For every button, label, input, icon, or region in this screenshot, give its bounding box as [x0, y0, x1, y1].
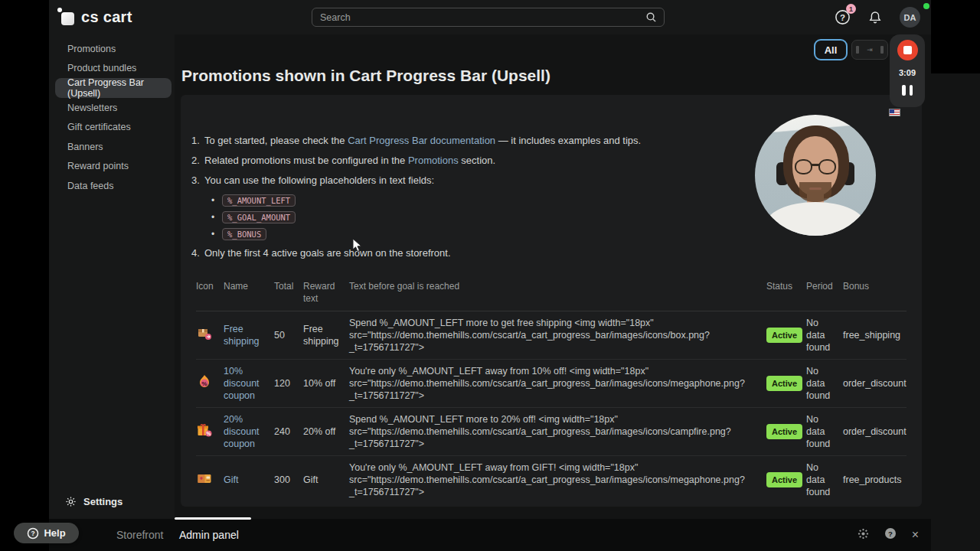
column-header: Text before goal is reached	[349, 280, 766, 292]
sidebar-item-gift-certificates[interactable]: Gift certificates	[55, 117, 172, 137]
cs-cart-logo-icon	[60, 10, 74, 24]
column-header: Reward text	[303, 280, 349, 305]
gear-icon	[64, 496, 77, 507]
instruction-text: To get started, please check the Cart Pr…	[204, 135, 641, 146]
gift-card-icon	[196, 478, 213, 489]
column-header: Icon	[196, 280, 224, 292]
promotions-table: IconNameTotalReward textText before goal…	[196, 276, 906, 504]
cell-goal-text: Spend %_AMOUNT_LEFT more to get free shi…	[349, 317, 766, 354]
instruction-number: 2.	[191, 155, 204, 166]
bottom-bar: Storefront Admin panel ? ×	[49, 519, 931, 551]
instruction-text: Related promotions must be configured in…	[204, 155, 495, 166]
help-center-button[interactable]: ? 1	[835, 9, 851, 25]
status-badge[interactable]: Active	[766, 424, 802, 439]
svg-text:%: %	[207, 431, 211, 436]
instruction-text: You can use the following placeholders i…	[204, 174, 434, 186]
question-circle-icon: ?	[27, 527, 39, 540]
cell-bonus: order_discount	[843, 425, 913, 438]
column-header: Period	[806, 280, 843, 292]
promotion-name-link[interactable]: 20% discount coupon	[224, 414, 260, 449]
cs-cart-logo[interactable]: cs cart	[60, 8, 132, 26]
recording-indicator-dot	[923, 3, 929, 9]
help-pill-button[interactable]: ? Help	[14, 523, 79, 543]
sidebar-item-label: Reward points	[67, 161, 129, 171]
cell-goal-text: You're only %_AMOUNT_LEFT away from GIFT…	[349, 461, 766, 498]
cell-goal-text: Spend %_AMOUNT_LEFT more to 20% off! <im…	[349, 413, 766, 450]
cell-goal-text: You're only %_AMOUNT_LEFT away from 10% …	[349, 365, 766, 402]
tab-storefront[interactable]: Storefront	[116, 519, 163, 551]
screen-recorder-widget: 3:09	[890, 34, 925, 107]
bullet: •	[211, 229, 222, 240]
stop-recording-button[interactable]	[897, 40, 918, 60]
sidebar-item-label: Data feeds	[67, 181, 113, 191]
sidebar-item-label: Product bundles	[67, 63, 136, 73]
filter-all-button[interactable]: All	[814, 39, 848, 60]
table-header-row: IconNameTotalReward textText before goal…	[196, 276, 906, 311]
search-box[interactable]	[312, 8, 665, 27]
sidebar-item-reward-points[interactable]: Reward points	[55, 157, 172, 177]
page-title: Promotions shown in Cart Progress Bar (U…	[181, 67, 550, 85]
screen: cs cart ? 1 DA HomeOrdersProductsUsersMa…	[0, 0, 980, 551]
column-header: Status	[766, 280, 806, 292]
column-header: Total	[274, 280, 303, 292]
cell-total: 300	[274, 474, 303, 486]
sidebar-item-cart-progress-bar[interactable]: Cart Progress Bar (Upsell)	[55, 78, 172, 98]
instruction-link[interactable]: Promotions	[408, 155, 459, 166]
table-row: %20% discount coupon24020% offSpend %_AM…	[196, 408, 906, 456]
user-avatar[interactable]: DA	[900, 7, 920, 28]
cell-period: No data found	[806, 461, 843, 498]
top-bar: cs cart ? 1 DA	[49, 0, 931, 34]
sidebar: HomeOrdersProductsUsersMarketingPromotio…	[49, 34, 175, 519]
sidebar-item-product-bundles[interactable]: Product bundles	[55, 59, 172, 79]
svg-text:?: ?	[840, 13, 845, 22]
pause-recording-button[interactable]	[902, 85, 913, 96]
search-icon[interactable]	[645, 11, 657, 23]
sidebar-item-label: Banners	[67, 142, 103, 152]
cell-period: No data found	[806, 413, 843, 450]
sidebar-item-banners[interactable]: Banners	[55, 137, 172, 157]
sidebar-item-label: Newsletters	[67, 103, 117, 113]
close-icon[interactable]: ×	[912, 529, 919, 541]
tab-admin-panel[interactable]: Admin panel	[179, 519, 239, 551]
sidebar-item-data-feeds[interactable]: Data feeds	[55, 176, 172, 196]
search-input[interactable]	[312, 12, 645, 23]
sidebar-item-label: Gift certificates	[67, 122, 131, 132]
placeholder-code-chip: %_AMOUNT_LEFT	[222, 194, 296, 207]
status-badge[interactable]: Active	[766, 472, 802, 487]
cell-bonus: free_products	[843, 474, 907, 486]
table-row: Gift300GiftYou're only %_AMOUNT_LEFT awa…	[196, 456, 906, 504]
partially-hidden-toolbar-button[interactable]: ⇥	[851, 40, 888, 60]
instruction-link[interactable]: Cart Progress Bar documentation	[348, 135, 495, 146]
instruction-number: 4.	[191, 247, 204, 259]
promotion-name-link[interactable]: Gift	[224, 474, 238, 485]
cs-cart-logo-text: cs cart	[81, 8, 132, 26]
placeholder-code-chip: %_GOAL_AMOUNT	[222, 211, 296, 223]
sidebar-item-settings[interactable]: Settings	[55, 491, 172, 511]
cell-reward-text: 10% off	[303, 377, 349, 390]
browser-settings-gear-icon[interactable]	[858, 528, 869, 543]
us-flag-icon	[889, 109, 900, 116]
cell-total: 240	[274, 425, 303, 438]
browser-help-icon[interactable]: ?	[884, 527, 897, 543]
promotion-name-link[interactable]: Free shipping	[224, 324, 260, 347]
cell-reward-text: 20% off	[303, 425, 349, 438]
svg-text:?: ?	[31, 530, 35, 537]
cell-total: 120	[274, 377, 303, 390]
sidebar-item-promotions[interactable]: Promotions	[55, 39, 172, 59]
cell-period: No data found	[806, 317, 843, 354]
sidebar-item-newsletters[interactable]: Newsletters	[55, 98, 172, 118]
notifications-bell-icon[interactable]	[867, 10, 883, 25]
instruction-item-4: 4.Only the first 4 active goals are show…	[191, 247, 922, 259]
sidebar-item-settings-label: Settings	[83, 496, 122, 507]
promotion-name-link[interactable]: 10% discount coupon	[224, 366, 260, 401]
cell-reward-text: Free shipping	[303, 323, 349, 347]
recording-timer: 3:09	[899, 68, 916, 77]
bullet: •	[211, 195, 222, 206]
status-badge[interactable]: Active	[766, 376, 802, 391]
help-badge: 1	[846, 4, 856, 14]
table-row: Free shipping50Free shippingSpend %_AMOU…	[196, 311, 906, 360]
status-badge[interactable]: Active	[766, 328, 802, 343]
shipping-box-icon	[196, 334, 213, 344]
bullet: •	[211, 212, 222, 223]
cell-reward-text: Gift	[303, 474, 349, 486]
